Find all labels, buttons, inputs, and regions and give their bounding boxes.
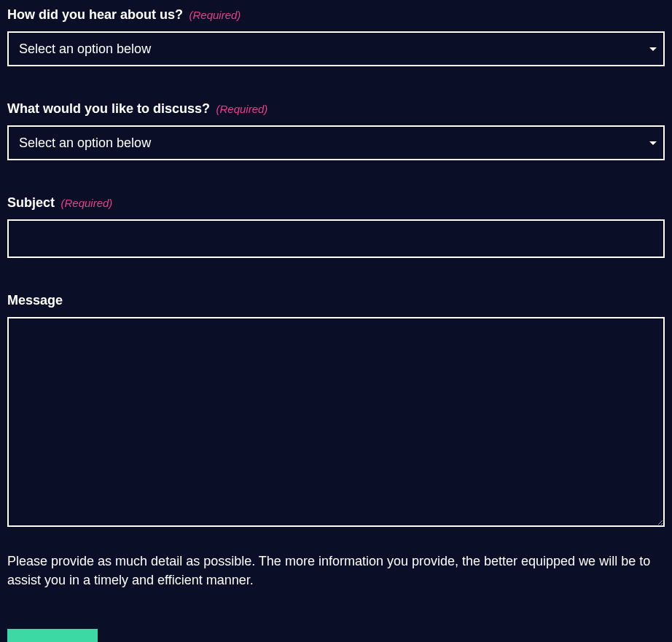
message-label-row: Message — [7, 293, 665, 308]
hear-about-field-group: How did you hear about us? (Required) Se… — [7, 7, 665, 66]
discuss-select[interactable]: Select an option below — [7, 125, 665, 160]
message-help-text: Please provide as much detail as possibl… — [7, 552, 665, 590]
subject-label-row: Subject (Required) — [7, 195, 665, 211]
hear-about-select-wrapper: Select an option below — [7, 31, 665, 66]
discuss-label: What would you like to discuss? — [7, 101, 210, 116]
discuss-field-group: What would you like to discuss? (Require… — [7, 101, 665, 160]
hear-about-label: How did you hear about us? — [7, 7, 183, 22]
discuss-select-wrapper: Select an option below — [7, 125, 665, 160]
submit-button[interactable]: Submit — [7, 629, 98, 642]
subject-input[interactable] — [7, 219, 665, 258]
required-indicator: (Required) — [216, 103, 267, 115]
discuss-label-row: What would you like to discuss? (Require… — [7, 101, 665, 117]
hear-about-label-row: How did you hear about us? (Required) — [7, 7, 665, 23]
hear-about-select[interactable]: Select an option below — [7, 31, 665, 66]
required-indicator: (Required) — [189, 9, 241, 21]
required-indicator: (Required) — [60, 197, 112, 209]
message-textarea[interactable] — [7, 317, 665, 527]
message-label: Message — [7, 293, 63, 308]
message-field-group: Message Please provide as much detail as… — [7, 293, 665, 590]
subject-label: Subject — [7, 195, 55, 210]
subject-field-group: Subject (Required) — [7, 195, 665, 258]
